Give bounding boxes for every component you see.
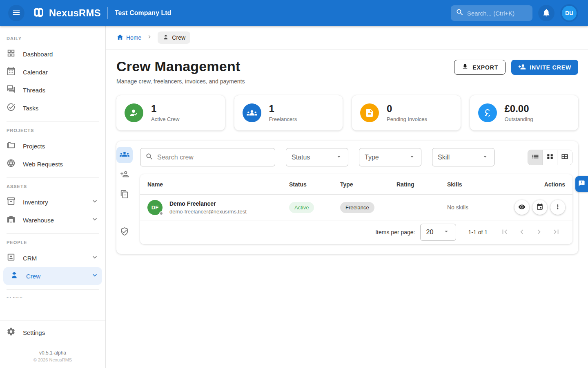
status-filter-select[interactable]: Status — [286, 148, 348, 166]
stats-row: 1 Active Crew 1 Freelancers 0 Pending In… — [106, 85, 588, 130]
panel-tool-strip — [116, 141, 133, 254]
crew-avatar: DF — [147, 200, 163, 215]
export-button[interactable]: EXPORT — [454, 60, 506, 75]
sidebar-divider — [7, 289, 99, 289]
breadcrumb-current-label: Crew — [172, 34, 185, 41]
grid-view-toggle[interactable] — [543, 150, 557, 165]
column-header-rating: Rating — [396, 181, 447, 188]
inventory-box-icon — [7, 197, 16, 207]
hamburger-menu-button[interactable] — [8, 5, 24, 21]
documents-button[interactable] — [116, 187, 133, 203]
first-page-button[interactable] — [499, 227, 510, 238]
presence-dot — [159, 211, 163, 215]
breadcrumb: Home Crew — [106, 26, 588, 49]
crew-hardhat-icon — [10, 271, 19, 281]
settings-block: Settings v0.5.1-alpha © 2026 NexusRMS — [0, 321, 105, 368]
sidebar-item-label: Web Requests — [23, 161, 99, 168]
stat-card-pending-invoices: 0 Pending Invoices — [352, 95, 461, 130]
copy-documents-icon — [120, 190, 129, 200]
global-search-input[interactable] — [467, 10, 548, 17]
invite-crew-button-label: INVITE CREW — [530, 64, 571, 71]
first-page-icon — [500, 227, 509, 238]
schedule-button[interactable] — [532, 200, 547, 215]
sidebar-item-warehouse[interactable]: Warehouse — [0, 211, 105, 229]
items-per-page-label: Items per page: — [375, 229, 415, 236]
chevron-down-icon — [91, 215, 99, 225]
view-crew-button[interactable] — [514, 200, 529, 215]
chevron-right-icon — [535, 227, 543, 238]
sidebar-scroll[interactable]: DAILY Dashboard Calendar Threads Tasks P… — [0, 26, 105, 321]
sidebar-item-calendar[interactable]: Calendar — [0, 63, 105, 81]
threads-icon — [7, 85, 16, 95]
sidebar-item-settings[interactable]: Settings — [0, 321, 105, 344]
shield-check-icon — [120, 227, 129, 238]
sidebar-divider — [7, 177, 99, 177]
table-header-row: Name Status Type Rating Skills Actions — [140, 174, 572, 195]
person-add-icon — [518, 63, 526, 72]
sidebar-item-label: Crew — [26, 273, 83, 280]
sidebar-item-inventory[interactable]: Inventory — [0, 193, 105, 211]
table-view-icon — [561, 153, 569, 162]
notifications-button[interactable] — [538, 5, 555, 21]
sidebar-item-projects[interactable]: Projects — [0, 137, 105, 155]
sidebar-item-web-requests[interactable]: Web Requests — [0, 155, 105, 173]
crew-search-field[interactable] — [140, 148, 275, 166]
sidebar-item-label: Inventory — [23, 199, 83, 206]
globe-icon — [7, 159, 16, 169]
dropdown-arrow-icon — [408, 153, 416, 162]
sidebar-item-threads[interactable]: Threads — [0, 81, 105, 99]
person-check-icon — [125, 103, 143, 122]
column-header-name: Name — [147, 181, 289, 188]
user-menu-button[interactable]: DU — [560, 4, 578, 22]
sidebar-item-label: Threads — [23, 87, 99, 94]
list-view-icon — [531, 153, 539, 162]
avatar: DU — [562, 6, 577, 20]
sidebar-item-dashboard[interactable]: Dashboard — [0, 45, 105, 63]
invite-person-button[interactable] — [116, 167, 133, 183]
column-header-type: Type — [340, 181, 396, 188]
chevron-down-icon — [91, 253, 99, 263]
global-search[interactable] — [451, 5, 532, 21]
table-view-toggle[interactable] — [557, 150, 572, 165]
last-page-button[interactable] — [550, 227, 562, 238]
sidebar-item-tasks[interactable]: Tasks — [0, 99, 105, 117]
brand[interactable]: NexusRMS — [32, 5, 101, 21]
feedback-icon — [578, 180, 585, 188]
breadcrumb-current: Crew — [158, 31, 190, 44]
dropdown-arrow-icon — [443, 228, 450, 237]
stat-value: £0.00 — [505, 103, 533, 114]
brand-name: NexusRMS — [49, 7, 101, 19]
section-projects: PROJECTS — [0, 126, 105, 137]
crew-search-input[interactable] — [157, 154, 270, 161]
invite-crew-button[interactable]: INVITE CREW — [511, 60, 578, 75]
dropdown-arrow-icon — [335, 153, 343, 162]
sidebar-item-label: Calendar — [23, 69, 99, 76]
top-navbar: NexusRMS Test Company Ltd DU — [0, 0, 588, 26]
sidebar-item-crew[interactable]: Crew — [3, 267, 102, 285]
list-view-toggle[interactable] — [528, 150, 543, 165]
type-badge: Freelance — [340, 202, 374, 213]
crew-list-view-button[interactable] — [116, 147, 133, 163]
crew-table: Name Status Type Rating Skills Actions D… — [140, 174, 572, 244]
skill-filter-label: Skill — [438, 154, 450, 161]
compliance-button[interactable] — [116, 224, 133, 240]
company-name: Test Company Ltd — [115, 9, 171, 17]
menu-icon — [12, 8, 21, 18]
page-size-select[interactable]: 20 — [420, 224, 456, 241]
sidebar-item-label: Tasks — [23, 105, 99, 112]
type-filter-select[interactable]: Type — [359, 148, 421, 166]
next-page-button[interactable] — [533, 227, 545, 238]
dropdown-arrow-icon — [481, 153, 489, 162]
search-icon — [456, 8, 464, 18]
status-filter-label: Status — [292, 154, 310, 161]
previous-page-button[interactable] — [516, 227, 528, 238]
sidebar-item-crm[interactable]: CRM — [0, 249, 105, 267]
breadcrumb-home-link[interactable]: Home — [116, 34, 141, 42]
skill-filter-select[interactable]: Skill — [432, 148, 494, 166]
table-row[interactable]: DF Demo Freelancer demo-freelancer@nexus… — [140, 195, 572, 220]
more-options-button[interactable] — [550, 200, 565, 215]
breadcrumb-home-label: Home — [126, 34, 141, 41]
feedback-tab-button[interactable] — [575, 176, 588, 192]
section-people: PEOPLE — [0, 238, 105, 249]
pagination-range: 1-1 of 1 — [468, 229, 488, 236]
